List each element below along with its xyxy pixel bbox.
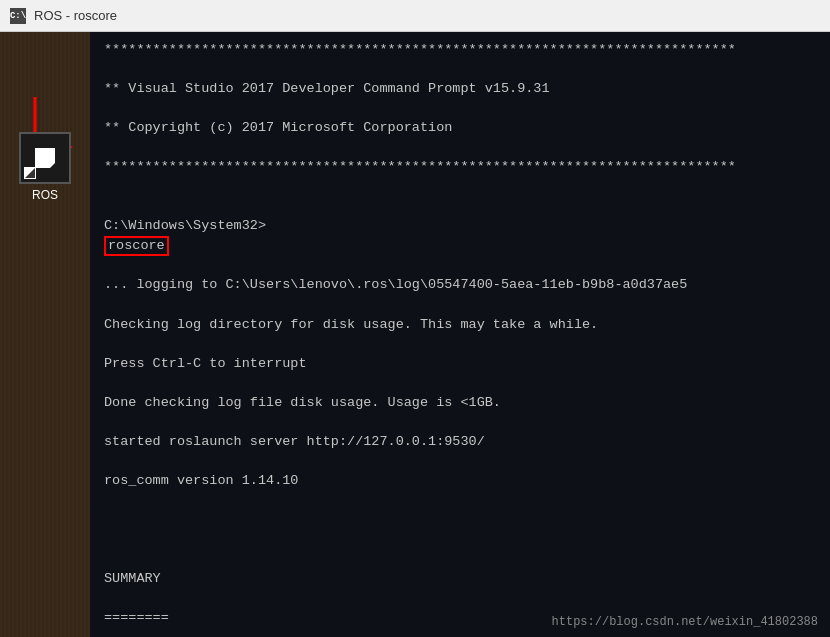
blank1: [104, 530, 816, 550]
title-bar: C:\ ROS - roscore: [0, 0, 830, 32]
ros-comm-line: ros_comm version 1.14.10: [104, 471, 816, 491]
check2-line: Done checking log file disk usage. Usage…: [104, 393, 816, 413]
stars-bottom: ****************************************…: [104, 157, 816, 177]
sidebar: ROS: [0, 32, 90, 637]
app-icon: C:\: [10, 8, 26, 24]
check1-line: Checking log directory for disk usage. T…: [104, 315, 816, 335]
ctrl-c-line: Press Ctrl-C to interrupt: [104, 354, 816, 374]
summary-label: SUMMARY: [104, 569, 816, 589]
prompt-text: C:\Windows\System32>: [104, 216, 816, 236]
line-copyright: ** Copyright (c) 2017 Microsoft Corporat…: [104, 118, 816, 138]
roscore-command: roscore: [104, 236, 169, 256]
log-line: ... logging to C:\Users\lenovo\.ros\log\…: [104, 275, 816, 295]
svg-marker-3: [25, 168, 35, 178]
ros-app-icon[interactable]: [19, 132, 71, 184]
stars-top: ****************************************…: [104, 40, 816, 60]
watermark: https://blog.csdn.net/weixin_41802388: [552, 615, 818, 629]
terminal-output[interactable]: ****************************************…: [90, 32, 830, 637]
line-vs: ** Visual Studio 2017 Developer Command …: [104, 79, 816, 99]
prompt-line: C:\Windows\System32>roscore: [104, 216, 816, 256]
ros-icon-label: ROS: [32, 188, 58, 202]
main-layout: ROS ************************************…: [0, 32, 830, 637]
ros-icon-container[interactable]: ROS: [19, 132, 71, 202]
roslaunch-line: started roslaunch server http://127.0.0.…: [104, 432, 816, 452]
ros-icon-graphic: [35, 148, 55, 168]
window-title: ROS - roscore: [34, 8, 117, 23]
terminal-wrapper: ****************************************…: [90, 32, 830, 637]
